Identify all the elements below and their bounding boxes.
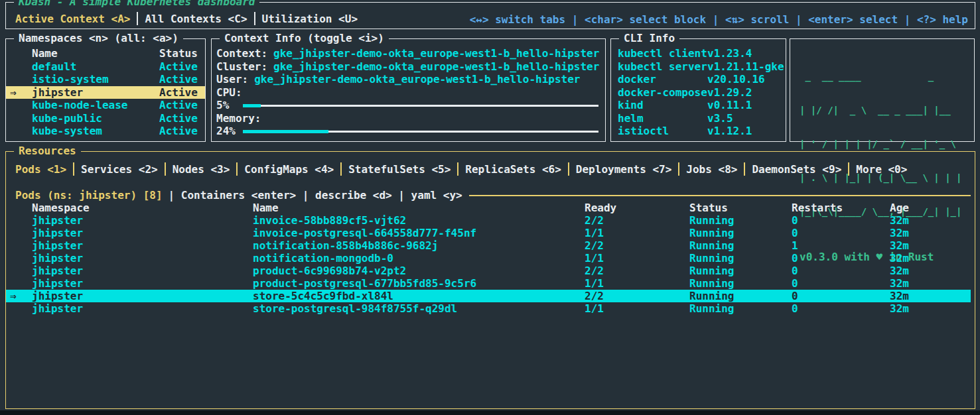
tab-more[interactable]: More <0> [856,163,907,176]
pod-row[interactable]: jhipster invoice-postgresql-664558d777-f… [6,227,971,239]
cli-row: istioctlv1.12.1 [618,125,786,138]
cpu-label: CPU: [216,86,600,99]
keybinding-help: <↔> switch tabs | <char> select block | … [470,13,968,26]
namespace-row[interactable]: kube-system Active [6,125,205,138]
pod-row[interactable]: jhipster store-postgresql-984f8755f-q29d… [6,302,971,315]
pods-header-row: Namespace Name Ready Status Restarts Age [6,202,971,214]
pod-row[interactable]: jhipster notification-mongodb-0 1/1 Runn… [6,252,971,265]
cluster-value: gke_jhipster-demo-okta_europe-west1-b_he… [273,60,599,73]
namespaces-panel: Namespaces <n> (all: <a>) Name Status de… [5,38,206,142]
tab-utilization[interactable]: Utilization <U> [262,13,358,25]
pods-block-actions: | Containers <enter> | describe <d> | ya… [169,189,462,202]
cli-info-panel-title: CLI Info [619,32,679,45]
tab-separator [137,12,138,25]
pods-block-title: Pods (ns: jhipster) [8] [15,189,163,202]
namespace-row[interactable]: default Active [6,60,205,74]
tab-configmaps[interactable]: ConfigMaps <4> [244,163,334,176]
namespace-row[interactable]: istio-system Active [6,73,205,86]
column-header-namespace: Namespace [6,202,253,214]
user-value: gke_jhipster-demo-okta_europe-west1-b_he… [254,73,580,86]
tab-separator [457,162,458,176]
resources-panel-title: Resources [14,145,81,158]
cli-row: docker-composev1.29.2 [618,86,786,99]
tab-separator [254,12,255,25]
cli-row: kindv0.11.1 [618,99,786,112]
pods-block-titlebar: Pods (ns: jhipster) [8] | Containers <en… [15,189,971,202]
namespaces-header-row: Name Status [6,47,205,60]
cli-row: kubectl serverv1.21.11-gke. [618,60,786,74]
context-line: Context:gke_jhipster-demo-okta_europe-we… [216,47,600,60]
top-menu-panel: KDash - A simple Kubernetes dashboard Ac… [5,2,975,29]
tab-separator [568,162,569,176]
tab-services[interactable]: Services <2> [81,163,158,176]
tab-separator [678,162,679,176]
column-header-status: Status [689,202,792,214]
tab-all-contexts[interactable]: All Contexts <C> [145,13,247,25]
cli-info-panel: CLI Info kubectl clientv1.23.4 kubectl s… [610,38,786,142]
tab-separator [165,162,166,176]
pod-row-selected[interactable]: ⇒ jhipster store-5c4c5c9fbd-xl84l 2/2 Ru… [6,290,971,302]
tab-active-context[interactable]: Active Context <A> [15,13,130,25]
pod-row[interactable]: jhipster product-6c99698b74-v2pt2 2/2 Ru… [6,265,971,277]
resources-tabbar: Pods <1> Services <2> Nodes <3> ConfigMa… [15,162,975,176]
column-header-ready: Ready [585,202,689,214]
user-line: User:gke_jhipster-demo-okta_europe-west1… [216,73,600,86]
column-header-status: Status [159,47,205,60]
tab-separator [236,162,238,176]
logo-panel: _ __ ____ _ | |/ /| _ \ __ _ ___| |__ | … [790,38,975,142]
memory-gauge: 24% [216,125,600,138]
cli-row: dockerv20.10.16 [618,73,786,86]
tab-jobs[interactable]: Jobs <8> [686,163,737,176]
memory-label: Memory: [216,112,600,125]
pod-row[interactable]: jhipster invoice-58bb889cf5-vjt62 2/2 Ru… [6,214,971,227]
memory-percent: 24% [216,125,243,138]
namespace-row-selected[interactable]: ⇒ jhipster Active [6,86,205,99]
tab-separator [340,162,342,176]
cpu-percent: 5% [216,99,243,112]
context-info-panel: Context Info (toggle <i>) Context:gke_jh… [211,38,606,142]
tab-replicasets[interactable]: ReplicaSets <6> [465,163,561,176]
column-header-age: Age [890,202,971,214]
cpu-gauge-bar [243,99,598,112]
pod-row[interactable]: jhipster product-postgresql-677bb5fd85-9… [6,277,971,290]
column-header-name: Name [6,47,159,60]
cli-row: helmv3.5 [618,112,786,125]
titlebar-rule [469,195,971,196]
tab-separator [73,162,74,176]
cli-row: kubectl clientv1.23.4 [618,47,786,60]
main-tabbar: Active Context <A> All Contexts <C> Util… [15,11,358,26]
namespace-row[interactable]: kube-node-lease Active [6,99,205,112]
row-selector-arrow-icon: ⇒ [10,290,17,302]
tab-separator [744,162,745,176]
namespace-row[interactable]: kube-public Active [6,112,205,125]
row-selector-arrow-icon: ⇒ [10,86,17,99]
memory-gauge-bar [243,125,598,138]
column-header-restarts: Restarts [792,202,890,214]
tab-deployments[interactable]: Deployments <7> [576,163,672,176]
tab-nodes[interactable]: Nodes <3> [173,163,230,176]
app-title: KDash - A simple Kubernetes dashboard [14,0,259,9]
tab-daemonsets[interactable]: DaemonSets <9> [752,163,841,176]
column-header-name: Name [253,202,585,214]
pod-row[interactable]: jhipster notification-858b4b886c-9682j 2… [6,239,971,252]
tab-pods[interactable]: Pods <1> [15,163,66,176]
terminal-bottom-edge [0,410,980,415]
tab-statefulsets[interactable]: StatefulSets <5> [348,163,451,176]
context-value: gke_jhipster-demo-okta_europe-west1-b_he… [273,47,599,60]
kdash-terminal: KDash - A simple Kubernetes dashboard Ac… [0,0,980,415]
context-info-panel-title: Context Info (toggle <i>) [220,32,389,45]
namespaces-panel-title: Namespaces <n> (all: <a>) [14,32,183,45]
tab-separator [848,162,849,176]
resources-panel: Resources Pods <1> Services <2> Nodes <3… [5,151,975,409]
cluster-line: Cluster:gke_jhipster-demo-okta_europe-we… [216,60,600,74]
cpu-gauge: 5% [216,99,600,112]
